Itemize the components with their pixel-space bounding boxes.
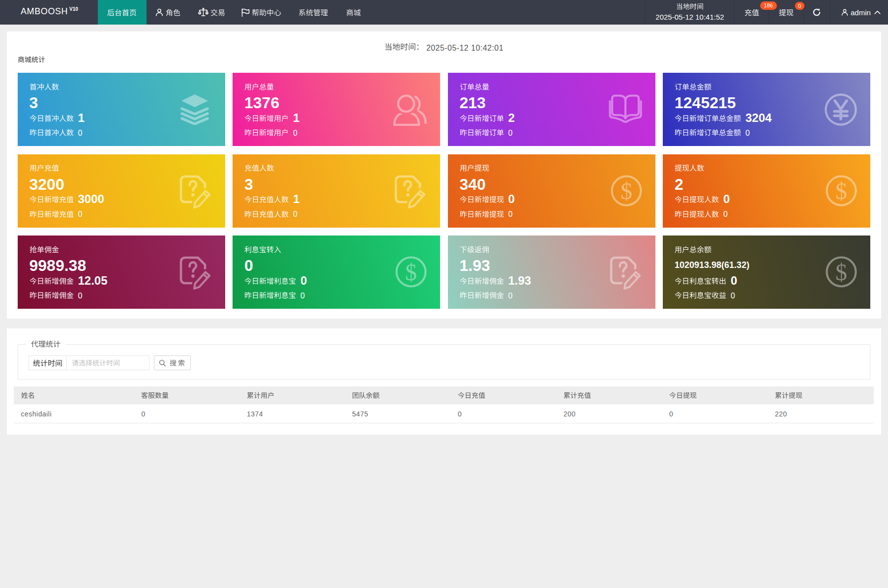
svg-text:$: $ <box>621 178 632 204</box>
svg-text:$: $ <box>835 178 847 204</box>
svg-text:$: $ <box>835 259 847 285</box>
svg-text:$: $ <box>405 259 417 285</box>
